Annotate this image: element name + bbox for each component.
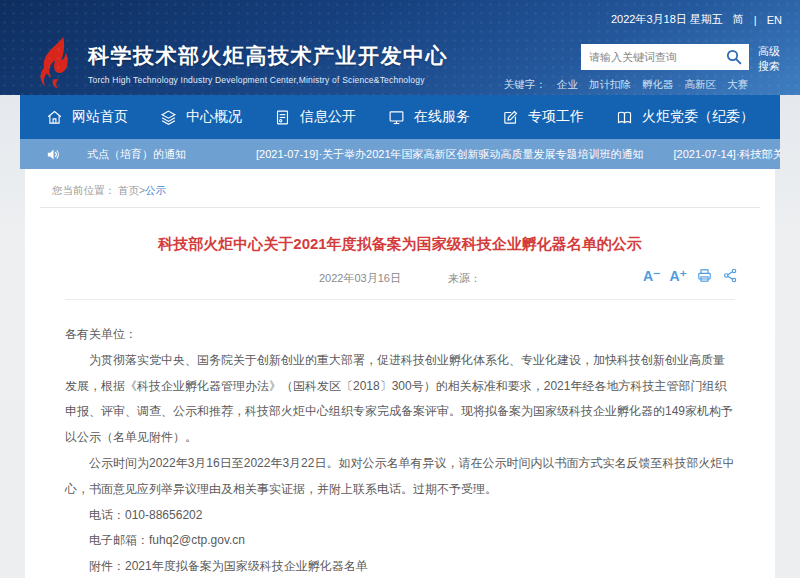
torch-logo-icon — [33, 36, 79, 90]
layers-icon — [160, 109, 177, 126]
nav-label: 火炬党委（纪委） — [642, 108, 754, 126]
pen-icon — [502, 109, 519, 126]
breadcrumb-current-link[interactable]: 公示 — [145, 184, 166, 196]
nav-label: 在线服务 — [414, 108, 470, 126]
breadcrumb-label: 您当前位置： — [52, 184, 115, 196]
search-button[interactable] — [723, 46, 745, 68]
nav-item-overview[interactable]: 中心概况 — [160, 108, 242, 126]
keyword-link[interactable]: 高新区 — [685, 78, 717, 92]
article-meta: 2022年03月16日 来源： A⁻ A⁺ — [65, 271, 735, 300]
nav-item-info-disclosure[interactable]: 信息公开 — [274, 108, 356, 126]
site-header: 科学技术部火炬高技术产业开发中心 Torch High Technology I… — [0, 0, 800, 95]
search-input[interactable] — [589, 51, 723, 63]
keywords-label: 关键字： — [504, 78, 546, 92]
speaker-icon — [46, 147, 61, 162]
email-line: 电子邮箱：fuhq2@ctp.gov.cn — [65, 528, 735, 554]
nav-item-online-services[interactable]: 在线服务 — [388, 108, 470, 126]
article: 科技部火炬中心关于2021年度拟备案为国家级科技企业孵化器名单的公示 2022年… — [40, 235, 760, 578]
article-body: 各有关单位： 为贯彻落实党中央、国务院关于创新创业的重大部署，促进科技创业孵化体… — [65, 322, 735, 578]
print-button[interactable] — [696, 267, 713, 284]
current-date: 2022年3月18日 星期五 — [611, 12, 723, 27]
keyword-link[interactable]: 孵化器 — [642, 78, 674, 92]
search-icon — [725, 48, 743, 66]
nav-label: 专项工作 — [528, 108, 584, 126]
keyword-link[interactable]: 大赛 — [727, 78, 748, 92]
site-subtitle: Torch High Technology Industry Developme… — [88, 75, 448, 85]
notice-link[interactable]: 式点（培育）的通知 — [87, 147, 186, 162]
phone-line: 电话：010-88656202 — [65, 503, 735, 529]
search-box — [581, 44, 749, 70]
salutation: 各有关单位： — [65, 322, 735, 348]
keyword-link[interactable]: 企业 — [557, 78, 578, 92]
font-decrease-button[interactable]: A⁻ — [643, 268, 661, 284]
attachment-line: 附件：2021年度拟备案为国家级科技企业孵化器名单 — [65, 554, 735, 578]
lang-divider: | — [754, 14, 757, 26]
home-icon — [46, 109, 63, 126]
keyword-link[interactable]: 加计扣除 — [589, 78, 631, 92]
share-button[interactable] — [722, 267, 739, 284]
notice-link[interactable]: [2021-07-14]·科技部关于举 — [644, 147, 780, 162]
topbar: 2022年3月18日 星期五 简 | EN — [611, 12, 782, 27]
lang-simplified-link[interactable]: 简 — [733, 12, 744, 27]
article-source-label: 来源： — [448, 272, 481, 284]
nav-item-home[interactable]: 网站首页 — [46, 108, 128, 126]
content-area: 您当前位置： 首页>公示 科技部火炬中心关于2021年度拟备案为国家级科技企业孵… — [25, 169, 775, 578]
breadcrumb: 您当前位置： 首页>公示 — [40, 169, 760, 208]
nav-item-special-projects[interactable]: 专项工作 — [502, 108, 584, 126]
monitor-icon — [388, 109, 405, 126]
nav-item-party-committee[interactable]: 火炬党委（纪委） — [616, 108, 754, 126]
nav-label: 中心概况 — [186, 108, 242, 126]
breadcrumb-home-link[interactable]: 首页 — [118, 184, 139, 196]
printer-icon — [696, 267, 713, 284]
site-title: 科学技术部火炬高技术产业开发中心 — [88, 42, 448, 70]
font-increase-button[interactable]: A⁺ — [670, 268, 688, 284]
article-title: 科技部火炬中心关于2021年度拟备案为国家级科技企业孵化器名单的公示 — [65, 235, 735, 254]
nav-label: 信息公开 — [300, 108, 356, 126]
main-nav: 网站首页 中心概况 信息公开 在线服务 专项工作 火炬党委（纪委） — [20, 95, 780, 139]
notice-link[interactable]: [2021-07-19]·关于举办2021年国家高新区创新驱动高质量发展专题培训… — [256, 147, 644, 162]
site-brand: 科学技术部火炬高技术产业开发中心 Torch High Technology I… — [88, 42, 448, 85]
paragraph: 为贯彻落实党中央、国务院关于创新创业的重大部署，促进科技创业孵化体系化、专业化建… — [65, 348, 735, 451]
nav-label: 网站首页 — [72, 108, 128, 126]
hot-keywords: 关键字： 企业 加计扣除 孵化器 高新区 大赛 — [504, 78, 748, 92]
party-book-icon — [616, 109, 633, 126]
document-icon — [274, 109, 291, 126]
search-area: 高级搜索 — [581, 44, 782, 74]
article-tools: A⁻ A⁺ — [643, 267, 739, 284]
paragraph: 公示时间为2022年3月16日至2022年3月22日。如对公示名单有异议，请在公… — [65, 451, 735, 503]
lang-english-link[interactable]: EN — [767, 14, 782, 26]
article-date: 2022年03月16日 — [319, 272, 401, 284]
advanced-search-link[interactable]: 高级搜索 — [758, 44, 782, 74]
share-icon — [722, 267, 739, 284]
notice-ticker: 式点（培育）的通知 [2021-07-19]·关于举办2021年国家高新区创新驱… — [20, 139, 780, 169]
